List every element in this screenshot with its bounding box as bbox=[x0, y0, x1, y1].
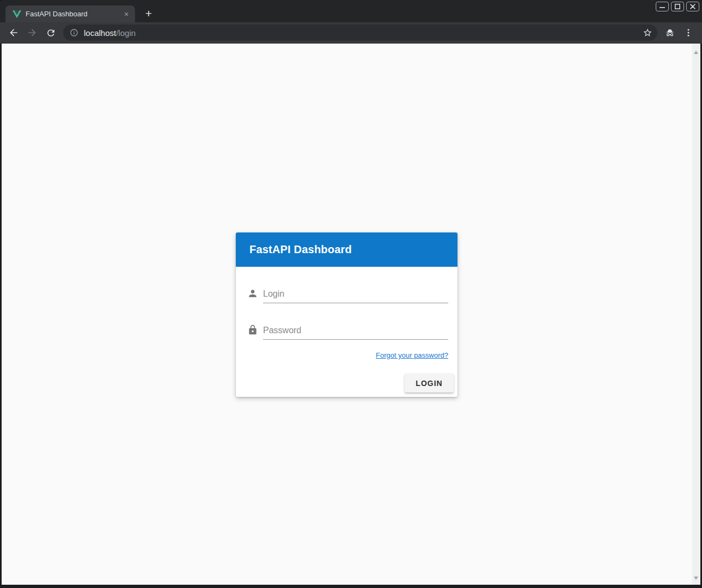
login-card-header: FastAPI Dashboard bbox=[236, 232, 457, 267]
window-controls bbox=[656, 2, 699, 11]
browser-menu-button[interactable] bbox=[679, 23, 698, 42]
login-card-title: FastAPI Dashboard bbox=[249, 243, 352, 256]
site-info-button[interactable] bbox=[66, 25, 82, 40]
browser-window: FastAPI Dashboard × + bbox=[0, 0, 702, 588]
info-icon bbox=[70, 28, 78, 37]
password-input[interactable] bbox=[263, 321, 448, 339]
password-field bbox=[263, 321, 448, 340]
person-icon bbox=[247, 288, 258, 299]
login-field bbox=[263, 285, 448, 303]
login-button[interactable]: LOGIN bbox=[405, 373, 454, 393]
maximize-icon bbox=[675, 4, 680, 9]
url-path: /login bbox=[116, 28, 136, 38]
forward-icon bbox=[27, 27, 38, 38]
forward-button[interactable] bbox=[23, 23, 41, 42]
tab-close-icon[interactable]: × bbox=[121, 9, 131, 19]
lock-icon bbox=[247, 324, 258, 335]
forgot-password-link[interactable]: Forgot your password? bbox=[376, 351, 448, 359]
page-content: FastAPI Dashboard Forgot your password? … bbox=[2, 44, 700, 585]
reload-icon bbox=[46, 28, 56, 38]
incognito-indicator bbox=[661, 23, 679, 42]
browser-tab[interactable]: FastAPI Dashboard × bbox=[5, 5, 135, 22]
back-icon bbox=[8, 27, 19, 38]
maximize-button[interactable] bbox=[671, 2, 684, 11]
browser-toolbar: localhost/login bbox=[0, 22, 702, 44]
new-tab-button[interactable]: + bbox=[141, 6, 157, 22]
scroll-up-icon[interactable] bbox=[694, 51, 698, 54]
login-input[interactable] bbox=[263, 285, 448, 303]
incognito-icon bbox=[664, 27, 676, 39]
minimize-icon bbox=[660, 4, 665, 9]
back-button[interactable] bbox=[4, 23, 23, 42]
url-text: localhost/login bbox=[84, 28, 640, 38]
bookmark-button[interactable] bbox=[640, 25, 655, 40]
address-bar[interactable]: localhost/login bbox=[63, 24, 657, 41]
close-window-button[interactable] bbox=[686, 2, 699, 11]
tab-title: FastAPI Dashboard bbox=[26, 10, 121, 18]
url-host: localhost bbox=[84, 28, 116, 38]
tab-strip: FastAPI Dashboard × + bbox=[0, 0, 702, 22]
star-icon bbox=[643, 28, 652, 38]
vue-logo-icon bbox=[13, 10, 21, 19]
scroll-down-icon[interactable] bbox=[694, 577, 698, 580]
reload-button[interactable] bbox=[41, 23, 60, 42]
minimize-button[interactable] bbox=[656, 2, 669, 11]
page-scrollbar[interactable] bbox=[692, 44, 700, 585]
login-card: FastAPI Dashboard Forgot your password? … bbox=[236, 232, 457, 397]
menu-dots-icon bbox=[683, 28, 693, 38]
close-icon bbox=[690, 4, 695, 9]
